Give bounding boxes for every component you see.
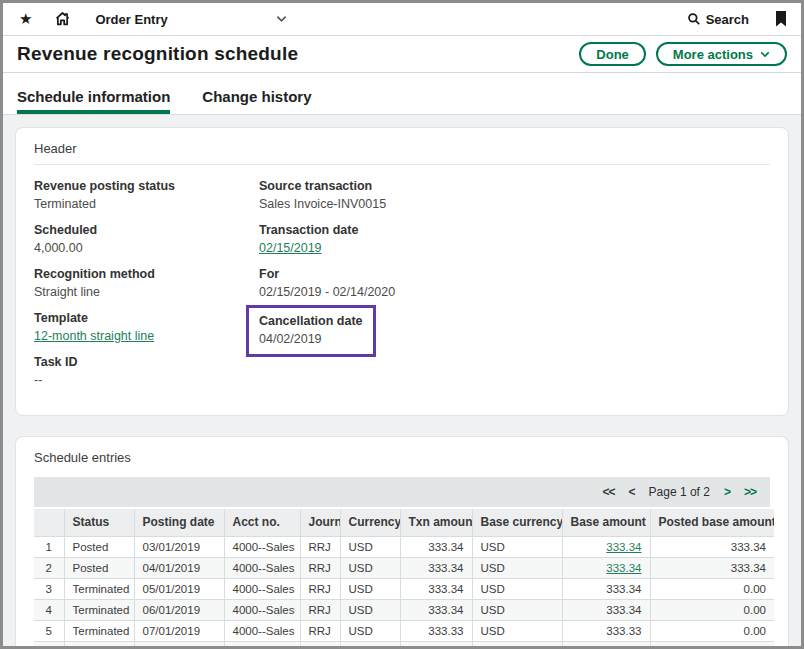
field-label: Template: [34, 311, 154, 325]
schedule-entries-table: StatusPosting dateAcct no.JournalCurrenc…: [34, 509, 774, 649]
column-header-base-amount: Base amount: [562, 509, 650, 536]
schedule-entries-title: Schedule entries: [34, 450, 770, 465]
previous-page-button[interactable]: <: [629, 485, 635, 499]
search-label: Search: [706, 12, 749, 27]
cell-row-number: 5: [34, 620, 64, 641]
cell-acct-no-: 4000--Sales: [224, 557, 300, 578]
search-button[interactable]: Search: [687, 12, 749, 27]
header-section-title: Header: [34, 141, 770, 156]
header-section: Header Revenue posting statusTerminatedS…: [15, 127, 789, 416]
first-page-button[interactable]: <<: [603, 485, 615, 499]
cell-base-currency: USD: [472, 536, 562, 557]
field-label: Source transaction: [259, 179, 386, 193]
column-header-txn-amount: Txn amount: [400, 509, 472, 536]
base-amount-link[interactable]: 333.34: [606, 562, 641, 574]
field-value: 4,000.00: [34, 241, 97, 255]
cell-txn-amount: 333.34: [400, 578, 472, 599]
cell-base-amount: 333.34: [562, 578, 650, 599]
column-header-acct-no-: Acct no.: [224, 509, 300, 536]
field-value: --: [34, 373, 78, 387]
field-label: Cancellation date: [259, 314, 363, 328]
cell-status: Terminated: [64, 599, 134, 620]
tab-schedule-information[interactable]: Schedule information: [17, 88, 170, 114]
more-actions-label: More actions: [673, 47, 753, 62]
cell-txn-amount: 333.33: [400, 620, 472, 641]
cell-status: Posted: [64, 557, 134, 578]
field-value: Straight line: [34, 285, 155, 299]
table-row: 6Terminated08/01/20194000--SalesRRJUSD33…: [34, 641, 774, 649]
field-value: 04/02/2019: [259, 332, 363, 346]
favorites-star-icon[interactable]: ★: [19, 10, 32, 28]
tab-bar: Schedule information Change history: [3, 73, 801, 115]
pagination-bar: << < Page 1 of 2 > >>: [34, 477, 770, 507]
cell-posting-date: 06/01/2019: [134, 599, 224, 620]
cell-base-currency: USD: [472, 620, 562, 641]
cell-txn-amount: 333.34: [400, 599, 472, 620]
page-content: Header Revenue posting statusTerminatedS…: [3, 115, 801, 649]
field-transaction-date: Transaction date02/15/2019: [259, 223, 358, 255]
cell-acct-no-: 4000--Sales: [224, 620, 300, 641]
field-label: Revenue posting status: [34, 179, 175, 193]
field-template: Template12-month straight line: [34, 311, 154, 343]
page-indicator: Page 1 of 2: [649, 485, 710, 499]
cell-acct-no-: 4000--Sales: [224, 536, 300, 557]
column-header-currency: Currency: [340, 509, 400, 536]
column-header-base-currency: Base currency: [472, 509, 562, 536]
top-bar: ★ Order Entry Search: [3, 3, 801, 36]
cell-row-number: 4: [34, 599, 64, 620]
cell-status: Terminated: [64, 578, 134, 599]
app-menu-dropdown[interactable]: Order Entry: [95, 12, 286, 27]
last-page-button[interactable]: >>: [744, 485, 756, 499]
done-button[interactable]: Done: [579, 42, 646, 66]
cell-currency: USD: [340, 620, 400, 641]
cell-posted-base-amount: 333.34: [650, 536, 774, 557]
table-row: 3Terminated05/01/20194000--SalesRRJUSD33…: [34, 578, 774, 599]
cell-base-currency: USD: [472, 641, 562, 649]
home-icon[interactable]: [54, 11, 71, 27]
cell-posted-base-amount: 0.00: [650, 641, 774, 649]
cell-row-number: 2: [34, 557, 64, 578]
divider: [34, 164, 770, 165]
field-scheduled: Scheduled4,000.00: [34, 223, 97, 255]
field-value-link[interactable]: 02/15/2019: [259, 241, 358, 255]
done-button-label: Done: [596, 47, 629, 62]
field-for: For02/15/2019 - 02/14/2020: [259, 267, 395, 299]
cell-base-amount: 333.34: [562, 536, 650, 557]
cell-txn-amount: 333.34: [400, 557, 472, 578]
tab-change-history[interactable]: Change history: [202, 88, 311, 114]
field-label: Task ID: [34, 355, 78, 369]
field-value: 02/15/2019 - 02/14/2020: [259, 285, 395, 299]
field-label: Transaction date: [259, 223, 358, 237]
page-header: Revenue recognition schedule Done More a…: [3, 36, 801, 73]
column-header-status: Status: [64, 509, 134, 536]
cell-acct-no-: 4000--Sales: [224, 641, 300, 649]
header-fields-column-2: Source transactionSales Invoice-INV0015T…: [259, 179, 770, 399]
cell-currency: USD: [340, 536, 400, 557]
cell-posting-date: 05/01/2019: [134, 578, 224, 599]
cell-base-amount: 333.34: [562, 599, 650, 620]
cell-status: Posted: [64, 536, 134, 557]
field-label: For: [259, 267, 395, 281]
field-value-link[interactable]: 12-month straight line: [34, 329, 154, 343]
next-page-button[interactable]: >: [724, 485, 730, 499]
base-amount-link[interactable]: 333.34: [606, 541, 641, 553]
cell-posting-date: 08/01/2019: [134, 641, 224, 649]
header-fields-column-1: Revenue posting statusTerminatedSchedule…: [34, 179, 259, 399]
table-row: 5Terminated07/01/20194000--SalesRRJUSD33…: [34, 620, 774, 641]
cell-base-currency: USD: [472, 599, 562, 620]
cell-txn-amount: 333.33: [400, 641, 472, 649]
bookmark-icon[interactable]: [775, 11, 787, 27]
cell-posting-date: 07/01/2019: [134, 620, 224, 641]
more-actions-button[interactable]: More actions: [656, 42, 787, 66]
column-header-posted-base-amount: Posted base amount: [650, 509, 774, 536]
cell-acct-no-: 4000--Sales: [224, 599, 300, 620]
app-window: ★ Order Entry Search Revenue recognition: [0, 0, 804, 649]
field-label: Recognition method: [34, 267, 155, 281]
field-value: Sales Invoice-INV0015: [259, 197, 386, 211]
cell-journal: RRJ: [300, 641, 340, 649]
column-header-posting-date: Posting date: [134, 509, 224, 536]
cell-posting-date: 03/01/2019: [134, 536, 224, 557]
cell-base-amount: 333.33: [562, 641, 650, 649]
cell-status: Terminated: [64, 641, 134, 649]
table-row: 2Posted04/01/20194000--SalesRRJUSD333.34…: [34, 557, 774, 578]
